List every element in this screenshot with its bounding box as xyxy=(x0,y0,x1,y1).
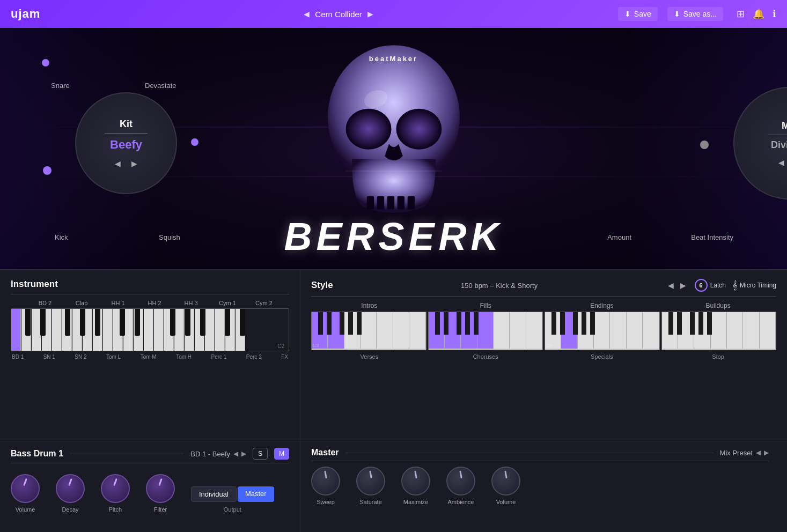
save-button[interactable]: ⬇ Save xyxy=(618,7,658,21)
individual-button[interactable]: Individual xyxy=(191,486,237,502)
sweep-label: Sweep xyxy=(317,499,335,505)
decay-knob[interactable] xyxy=(56,474,85,503)
bottom-panel: Instrument BD 2 Clap HH 1 HH 2 HH 3 Cym … xyxy=(0,269,787,532)
mix-preset: Mix Preset ◀ ▶ xyxy=(720,449,769,457)
svg-point-6 xyxy=(345,109,391,150)
black-key-7[interactable] xyxy=(135,309,140,336)
ending-key-5[interactable] xyxy=(610,312,626,349)
black-key-6[interactable] xyxy=(120,309,125,336)
kit-prev-arrow[interactable]: ◀ xyxy=(115,159,121,168)
kit-next-arrow[interactable]: ▶ xyxy=(131,159,137,168)
preset-next-arrow[interactable]: ▶ xyxy=(367,10,373,18)
inst-label-hh1: HH 1 xyxy=(100,300,136,306)
solo-button[interactable]: S xyxy=(253,448,268,460)
buildup-key-5[interactable] xyxy=(727,312,743,349)
top-right-icons: ⊞ 🔔 ℹ xyxy=(737,8,776,20)
preset-prev-arrow[interactable]: ◀ xyxy=(304,10,310,18)
preset-name: Cern Collider xyxy=(315,10,362,19)
master-knobs: Sweep Saturate Maximize Ambience Volume xyxy=(311,467,769,505)
buildup-black-5 xyxy=(707,312,712,335)
pitch-knob[interactable] xyxy=(101,474,130,503)
top-bar: ujam ◀ Cern Collider ▶ ⬇ Save ⬇ Save as.… xyxy=(0,0,787,28)
fills-keyboard[interactable] xyxy=(428,312,543,350)
black-key-4[interactable] xyxy=(80,309,85,336)
fill-key-6[interactable] xyxy=(510,312,526,349)
preset-navigation: ◀ Cern Collider ▶ xyxy=(62,10,615,19)
info-icon[interactable]: ℹ xyxy=(773,8,776,20)
black-key-10[interactable] xyxy=(200,309,205,336)
black-key-5[interactable] xyxy=(95,309,100,336)
mix-next-arrow[interactable]: ▶ xyxy=(764,449,769,456)
expand-icon[interactable]: ⊞ xyxy=(737,8,745,20)
intro-black-3 xyxy=(340,312,344,335)
sweep-knob[interactable] xyxy=(311,467,340,496)
buildup-key-7[interactable] xyxy=(760,312,776,349)
intro-key-4[interactable] xyxy=(361,312,377,349)
notification-icon[interactable]: 🔔 xyxy=(753,8,764,20)
output-toggle: Individual Master xyxy=(191,486,274,502)
devastate-dot xyxy=(191,138,198,146)
intro-key-5[interactable] xyxy=(377,312,393,349)
svg-rect-3 xyxy=(387,196,394,210)
label-buildups: Buildups xyxy=(660,302,776,309)
intro-key-7[interactable] xyxy=(409,312,425,349)
filter-knob[interactable] xyxy=(146,474,175,503)
ambience-knob[interactable] xyxy=(446,467,475,496)
instrument-keyboard[interactable]: C2 ··· xyxy=(11,308,289,351)
master-volume-knob-item: Volume xyxy=(491,467,520,505)
black-key-1[interactable] xyxy=(25,309,31,336)
key-w10[interactable] xyxy=(103,309,113,351)
kit-dial[interactable]: Kit Beefy ◀ ▶ xyxy=(75,92,177,194)
c2-label: C2 xyxy=(277,343,284,349)
volume-knob[interactable] xyxy=(11,474,40,503)
black-key-9[interactable] xyxy=(185,309,190,336)
buildup-key-6[interactable] xyxy=(743,312,759,349)
micro-timing-icon: 𝄞 xyxy=(732,280,737,290)
black-key-11[interactable] xyxy=(225,309,230,336)
bd-next-arrow[interactable]: ▶ xyxy=(241,450,246,457)
berserk-title: BERSERK xyxy=(284,215,503,258)
fill-key-4[interactable] xyxy=(477,312,494,349)
lower-section: Bass Drum 1 BD 1 - Beefy ◀ ▶ S M Volume xyxy=(0,441,787,532)
master-volume-knob[interactable] xyxy=(491,467,520,496)
bd-prev-arrow[interactable]: ◀ xyxy=(233,450,238,457)
maximize-knob[interactable] xyxy=(401,467,430,496)
key-w5[interactable] xyxy=(52,309,62,351)
black-key-12[interactable] xyxy=(240,309,245,336)
buildups-keyboard[interactable] xyxy=(661,312,777,350)
endings-keyboard[interactable]: C4 xyxy=(545,312,660,350)
black-key-8[interactable] xyxy=(170,309,175,336)
save-as-button[interactable]: ⬇ Save as... xyxy=(667,7,723,21)
ending-key-4[interactable] xyxy=(594,312,610,349)
black-key-2[interactable] xyxy=(40,309,46,336)
key-w21[interactable] xyxy=(215,309,225,351)
intro-key-6[interactable] xyxy=(393,312,409,349)
mix-prev-arrow[interactable]: ◀ xyxy=(778,158,784,167)
style-prev-arrow[interactable]: ◀ xyxy=(666,280,676,291)
ending-key-6[interactable] xyxy=(627,312,643,349)
mute-button[interactable]: M xyxy=(274,448,289,460)
fill-key-7[interactable] xyxy=(526,312,542,349)
key-bd2[interactable] xyxy=(11,309,21,351)
intros-keyboard[interactable]: C3 xyxy=(311,312,426,350)
inst-label-hh3: HH 3 xyxy=(173,300,209,306)
key-w20[interactable] xyxy=(205,309,215,351)
mix-prev-arrow[interactable]: ◀ xyxy=(756,449,761,456)
style-next-arrow[interactable]: ▶ xyxy=(678,280,688,291)
micro-timing-button[interactable]: 𝄞 Micro Timing xyxy=(732,280,776,290)
ambience-label: Ambience xyxy=(448,499,474,505)
key-w15[interactable] xyxy=(154,309,164,351)
latch-button[interactable]: 6 Latch xyxy=(695,279,726,292)
label-specials: Specials xyxy=(544,353,660,360)
buildup-key-4[interactable] xyxy=(711,312,727,349)
beat-intensity-label: Beat Intensity xyxy=(691,233,733,241)
fill-key-5[interactable] xyxy=(494,312,510,349)
black-key-3[interactable] xyxy=(65,309,70,336)
master-panel: Master Mix Preset ◀ ▶ Sweep Saturate xyxy=(300,441,779,532)
saturate-knob[interactable] xyxy=(356,467,385,496)
master-button[interactable]: Master xyxy=(238,486,274,502)
ending-key-7[interactable] xyxy=(643,312,659,349)
perc2-label: Perc 2 xyxy=(246,354,262,360)
key-w17[interactable] xyxy=(174,309,184,351)
key-w14[interactable] xyxy=(144,309,153,351)
